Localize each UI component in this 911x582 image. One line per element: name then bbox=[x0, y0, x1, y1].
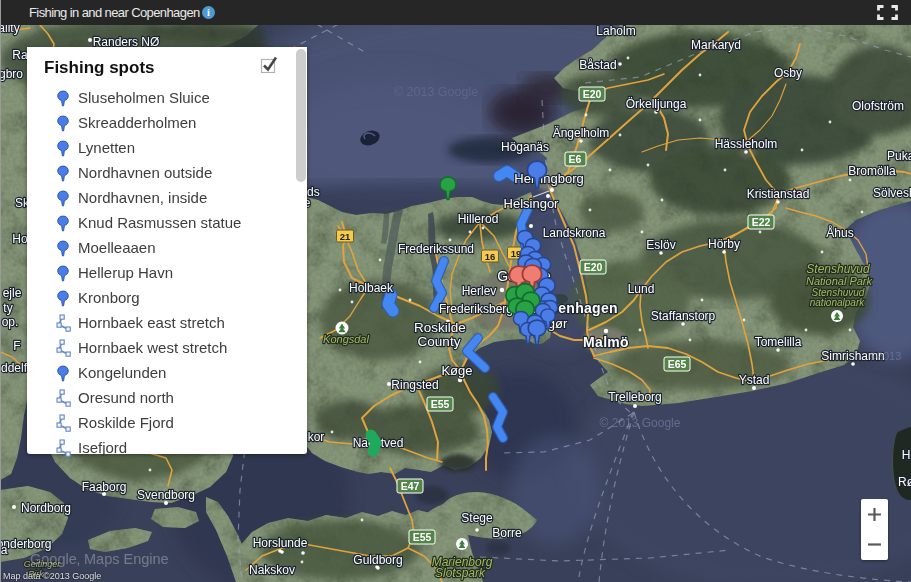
svg-text:Stege: Stege bbox=[461, 511, 493, 525]
svg-text:op.: op. bbox=[2, 315, 19, 329]
svg-text:21: 21 bbox=[340, 231, 351, 242]
svg-text:Hässleholm: Hässleholm bbox=[715, 137, 778, 151]
svg-text:E22: E22 bbox=[752, 216, 771, 228]
svg-text:Höganäs: Höganäs bbox=[501, 140, 549, 154]
svg-text:nationalpark: nationalpark bbox=[810, 297, 865, 308]
svg-text:Hillerod: Hillerod bbox=[458, 212, 499, 226]
svg-text:County: County bbox=[418, 334, 461, 349]
svg-text:Guldborg: Guldborg bbox=[353, 553, 402, 567]
svg-text:Olofström: Olofström bbox=[852, 99, 904, 113]
svg-text:E20: E20 bbox=[583, 88, 602, 100]
svg-text:gbro: gbro bbox=[0, 67, 23, 81]
svg-text:Sölvesborg: Sölvesborg bbox=[873, 186, 911, 200]
svg-text:E47: E47 bbox=[401, 480, 420, 492]
svg-text:Slotspark: Slotspark bbox=[435, 566, 486, 580]
svg-text:Kristianstad: Kristianstad bbox=[747, 187, 810, 201]
svg-text:Køge: Køge bbox=[441, 363, 472, 378]
svg-text:Frederikssund: Frederikssund bbox=[398, 242, 474, 256]
svg-text:Ra: Ra bbox=[12, 48, 28, 62]
svg-text:Trelleborg: Trelleborg bbox=[608, 390, 662, 404]
svg-text:kor: kor bbox=[308, 430, 325, 444]
svg-text:Markaryd: Markaryd bbox=[691, 38, 741, 52]
svg-text:ejle: ejle bbox=[3, 286, 22, 300]
svg-text:Rø: Rø bbox=[898, 475, 911, 489]
svg-text:Kongsdal: Kongsdal bbox=[323, 333, 369, 345]
svg-text:E55: E55 bbox=[431, 398, 450, 410]
svg-text:E6: E6 bbox=[569, 153, 582, 165]
svg-text:Malmö: Malmö bbox=[583, 334, 629, 350]
svg-text:Staffanstorp: Staffanstorp bbox=[651, 309, 716, 323]
svg-text:Osby: Osby bbox=[774, 66, 802, 80]
svg-text:E55: E55 bbox=[413, 531, 432, 543]
svg-text:Landskrona: Landskrona bbox=[543, 226, 606, 240]
svg-text:ddelf: ddelf bbox=[1, 361, 28, 375]
svg-text:Ringsted: Ringsted bbox=[391, 378, 438, 392]
svg-text:a: a bbox=[1, 543, 8, 557]
svg-text:Helsingor: Helsingor bbox=[504, 196, 560, 211]
svg-text:Svendborg: Svendborg bbox=[137, 488, 195, 502]
svg-text:Bromölla: Bromölla bbox=[848, 164, 896, 178]
svg-text:© 2013 Google: © 2013 Google bbox=[394, 85, 478, 99]
svg-text:Tomelilla: Tomelilla bbox=[755, 335, 802, 349]
svg-text:Örkelljunga: Örkelljunga bbox=[626, 97, 687, 111]
svg-text:Laholm: Laholm bbox=[596, 24, 635, 38]
svg-text:Stenshuvud: Stenshuvud bbox=[806, 262, 870, 276]
svg-text:Nordborg: Nordborg bbox=[21, 501, 71, 515]
svg-text:Frederiksberg: Frederiksberg bbox=[439, 302, 513, 316]
svg-text:Sonderborg: Sonderborg bbox=[0, 537, 51, 551]
svg-text:Helsingborg: Helsingborg bbox=[514, 171, 583, 186]
svg-text:National Park: National Park bbox=[806, 275, 873, 287]
svg-text:Åhus: Åhus bbox=[826, 225, 853, 240]
svg-text:Nakskov: Nakskov bbox=[249, 563, 295, 577]
svg-text:Eslöv: Eslöv bbox=[646, 238, 675, 252]
svg-text:E20: E20 bbox=[584, 261, 603, 273]
svg-text:Holbaek: Holbaek bbox=[349, 281, 394, 295]
svg-text:E65: E65 bbox=[668, 358, 687, 370]
svg-text:Hörby: Hörby bbox=[708, 237, 740, 251]
svg-text:16: 16 bbox=[485, 251, 496, 262]
svg-text:Roskilde: Roskilde bbox=[414, 320, 466, 335]
svg-text:H: H bbox=[902, 448, 911, 462]
svg-text:Herlev: Herlev bbox=[462, 284, 497, 298]
svg-text:ty: ty bbox=[3, 301, 12, 315]
svg-text:Horslunde: Horslunde bbox=[253, 536, 308, 550]
svg-text:Faaborg: Faaborg bbox=[82, 480, 127, 494]
svg-text:F: F bbox=[13, 339, 20, 353]
svg-text:Ystad: Ystad bbox=[739, 373, 770, 387]
svg-text:Båstad: Båstad bbox=[579, 58, 616, 72]
svg-text:©2013: ©2013 bbox=[869, 350, 902, 362]
svg-text:Ängelholm: Ängelholm bbox=[553, 126, 610, 140]
svg-text:Pukavik: Pukavik bbox=[887, 149, 911, 163]
svg-text:© 2013 Google: © 2013 Google bbox=[600, 416, 681, 430]
svg-text:Borre: Borre bbox=[492, 526, 522, 540]
svg-text:Lund: Lund bbox=[628, 282, 655, 296]
